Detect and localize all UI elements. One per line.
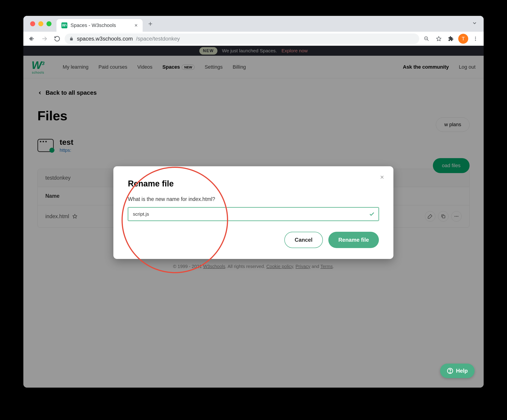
svg-point-8 xyxy=(475,38,476,39)
new-tab-button[interactable]: + xyxy=(145,20,155,28)
window-controls xyxy=(30,21,51,26)
svg-point-9 xyxy=(475,40,476,41)
modal-question: What is the new name for index.html? xyxy=(128,196,379,202)
reload-button[interactable] xyxy=(52,34,62,44)
close-window-button[interactable] xyxy=(30,21,35,26)
forward-button[interactable] xyxy=(39,34,50,44)
svg-line-4 xyxy=(427,39,429,41)
cancel-button[interactable]: Cancel xyxy=(284,232,323,248)
close-modal-button[interactable]: × xyxy=(378,173,387,182)
checkmark-icon xyxy=(369,211,375,217)
lock-icon xyxy=(69,36,74,41)
kebab-menu-icon[interactable] xyxy=(471,34,480,44)
close-tab-icon[interactable]: × xyxy=(134,22,138,28)
bookmark-icon[interactable] xyxy=(434,34,444,44)
url-input[interactable]: spaces.w3schools.com/space/testdonkey xyxy=(65,34,419,44)
browser-window: W3 Spaces - W3schools × + spaces.w3schoo… xyxy=(23,16,484,388)
page-content: NEW We just launched Spaces. Explore now… xyxy=(23,46,484,388)
svg-point-7 xyxy=(475,37,476,38)
favicon: W3 xyxy=(62,22,67,28)
browser-tab[interactable]: W3 Spaces - W3schools × xyxy=(56,19,143,32)
back-button[interactable] xyxy=(27,34,37,44)
minimize-window-button[interactable] xyxy=(38,21,43,26)
tab-chevron-icon[interactable] xyxy=(472,21,477,27)
rename-confirm-button[interactable]: Rename file xyxy=(328,232,379,248)
extensions-icon[interactable] xyxy=(446,34,456,44)
filename-input[interactable] xyxy=(128,207,379,221)
address-bar: spaces.w3schools.com/space/testdonkey T xyxy=(23,32,484,46)
help-button[interactable]: Help xyxy=(440,364,475,378)
svg-marker-6 xyxy=(437,36,441,41)
url-path: /space/testdonkey xyxy=(136,35,180,42)
profile-avatar[interactable]: T xyxy=(458,34,468,44)
zoom-icon[interactable] xyxy=(422,34,431,44)
tab-strip: W3 Spaces - W3schools × + xyxy=(23,16,484,32)
rename-file-modal: × Rename file What is the new name for i… xyxy=(113,166,393,259)
modal-title: Rename file xyxy=(128,179,379,188)
tab-title: Spaces - W3schools xyxy=(70,22,116,28)
help-icon xyxy=(447,368,453,374)
maximize-window-button[interactable] xyxy=(47,21,51,26)
svg-point-17 xyxy=(450,372,450,373)
url-domain: spaces.w3schools.com xyxy=(77,35,133,42)
